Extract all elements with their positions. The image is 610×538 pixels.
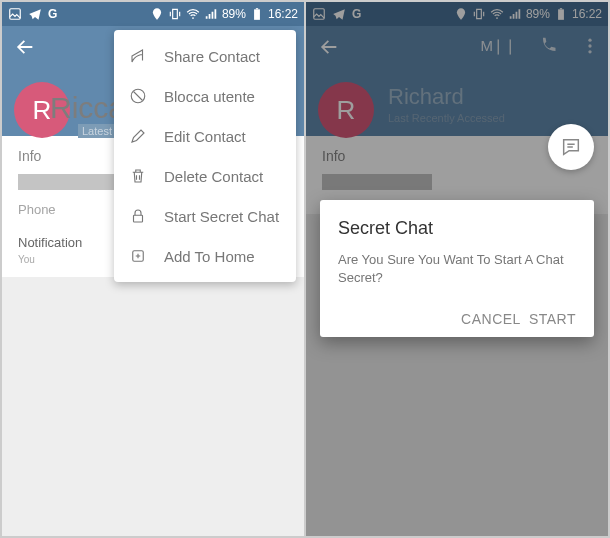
latest-badge: Latest bbox=[78, 124, 116, 138]
vibrate-icon bbox=[168, 7, 182, 21]
menu-label: Start Secret Chat bbox=[164, 208, 279, 225]
lock-icon bbox=[128, 207, 148, 225]
signal-icon bbox=[204, 7, 218, 21]
secret-chat-dialog: Secret Chat Are You Sure You Want To Sta… bbox=[320, 200, 594, 337]
share-icon bbox=[128, 47, 148, 65]
menu-label: Edit Contact bbox=[164, 128, 246, 145]
menu-edit-contact[interactable]: Edit Contact bbox=[114, 116, 296, 156]
add-home-icon bbox=[128, 247, 148, 265]
context-menu: Share Contact Blocca utente Edit Contact… bbox=[114, 30, 296, 282]
menu-label: Add To Home bbox=[164, 248, 255, 265]
trash-icon bbox=[128, 167, 148, 185]
chat-icon bbox=[560, 136, 582, 158]
svg-rect-2 bbox=[254, 9, 260, 19]
image-icon bbox=[8, 7, 22, 21]
redacted-number bbox=[18, 174, 128, 190]
telegram-icon bbox=[28, 7, 42, 21]
svg-rect-0 bbox=[10, 9, 21, 20]
menu-label: Delete Contact bbox=[164, 168, 263, 185]
g-icon: G bbox=[48, 7, 57, 21]
cancel-button[interactable]: CANCEL bbox=[461, 311, 521, 327]
svg-rect-5 bbox=[134, 215, 143, 222]
wifi-icon bbox=[186, 7, 200, 21]
start-button[interactable]: START bbox=[529, 311, 576, 327]
left-screen: G 89% 16:22 R Ricca Latest Info bbox=[2, 2, 304, 536]
chat-fab[interactable] bbox=[548, 124, 594, 170]
svg-point-1 bbox=[192, 17, 194, 19]
dialog-title: Secret Chat bbox=[338, 218, 576, 239]
menu-label: Share Contact bbox=[164, 48, 260, 65]
menu-label: Blocca utente bbox=[164, 88, 255, 105]
dialog-text: Are You Sure You Want To Start A Chat Se… bbox=[338, 251, 576, 287]
location-icon bbox=[150, 7, 164, 21]
menu-delete-contact[interactable]: Delete Contact bbox=[114, 156, 296, 196]
block-icon bbox=[128, 87, 148, 105]
battery-pct: 89% bbox=[222, 7, 246, 21]
back-button[interactable] bbox=[14, 36, 36, 62]
status-bar: G 89% 16:22 bbox=[2, 2, 304, 26]
menu-block-user[interactable]: Blocca utente bbox=[114, 76, 296, 116]
menu-secret-chat[interactable]: Start Secret Chat bbox=[114, 196, 296, 236]
battery-icon bbox=[250, 7, 264, 21]
right-screen: G 89% 16:22 M❘❘ R bbox=[306, 2, 608, 536]
avatar-initial: R bbox=[33, 95, 52, 126]
clock: 16:22 bbox=[268, 7, 298, 21]
menu-share-contact[interactable]: Share Contact bbox=[114, 36, 296, 76]
svg-rect-3 bbox=[256, 8, 258, 9]
menu-add-to-home[interactable]: Add To Home bbox=[114, 236, 296, 276]
pencil-icon bbox=[128, 127, 148, 145]
